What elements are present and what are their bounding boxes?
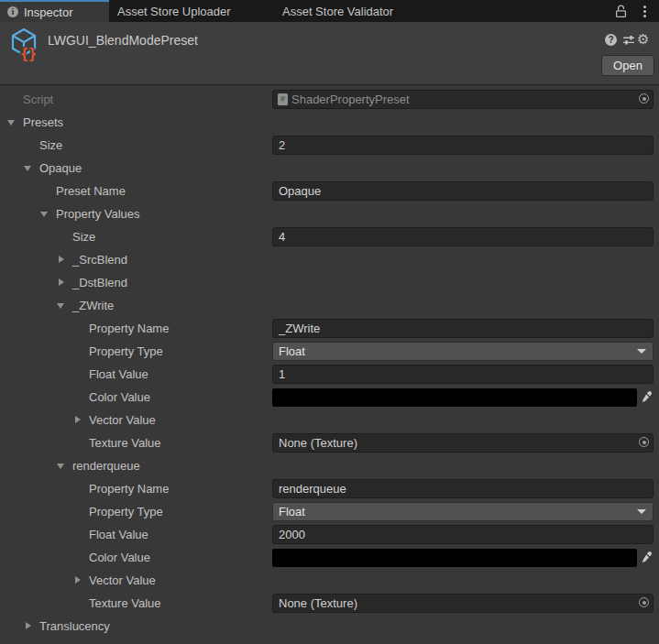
property-values-foldout-label[interactable]: Property Values (56, 202, 140, 225)
object-picker-icon (639, 93, 649, 104)
row-dstblend: _DstBlend (0, 271, 659, 294)
zwrite-foldout-label[interactable]: _ZWrite (72, 294, 114, 317)
chevron-down-icon (637, 349, 646, 354)
float-value-input[interactable] (272, 365, 654, 384)
row-translucency: Translucency (0, 615, 659, 638)
property-type-value: Float (279, 503, 305, 520)
texture-value-label: Texture Value (89, 592, 161, 615)
property-type-label: Property Type (89, 500, 163, 523)
row-zwrite: _ZWrite (0, 294, 659, 317)
unity-inspector-window: { "tab_bar": { "tabs": [ {"label": "Insp… (0, 0, 659, 644)
color-value-label: Color Value (89, 546, 150, 569)
renderqueue-foldout-label[interactable]: renderqueue (72, 454, 140, 477)
color-value-label: Color Value (89, 386, 150, 409)
property-name-label: Property Name (89, 317, 169, 340)
row-preset-name: Preset Name (0, 180, 659, 202)
preset-name-label: Preset Name (56, 180, 126, 202)
float-value-label: Float Value (89, 363, 148, 386)
tab-bar: Inspector Asset Store Uploader Asset Sto… (0, 0, 659, 22)
row-property-name: Property Name (0, 317, 659, 340)
inspector-header: {} LWGUI_BlendModePreset Open (0, 22, 659, 85)
foldout-collapsed-icon[interactable] (26, 622, 31, 629)
dstblend-foldout-label[interactable]: _DstBlend (72, 271, 127, 294)
property-name-label: Property Name (89, 477, 169, 500)
script-object-value: ShaderPropertyPreset (291, 91, 410, 108)
property-type-value: Float (279, 343, 305, 360)
row-presets: Presets (0, 111, 659, 134)
gear-icon[interactable] (637, 31, 649, 48)
open-button[interactable]: Open (601, 55, 654, 76)
texture-object-value: None (Texture) (279, 434, 357, 452)
texture-object-value: None (Texture) (279, 595, 357, 612)
chevron-down-icon (637, 509, 646, 514)
color-swatch[interactable] (272, 549, 637, 567)
row-renderqueue: renderqueue (0, 454, 659, 477)
property-type-dropdown[interactable]: Float (272, 502, 654, 521)
scriptable-object-icon: {} (8, 27, 41, 65)
tab-asset-store-uploader-label: Asset Store Uploader (117, 5, 231, 18)
float-value-input[interactable] (272, 525, 654, 544)
row-script: Script ShaderPropertyPreset (0, 88, 659, 111)
tab-inspector-label: Inspector (24, 5, 72, 19)
row-texture-value: Texture Value None (Texture) (0, 592, 659, 615)
row-float-value: Float Value (0, 363, 659, 386)
tab-asset-store-uploader[interactable]: Asset Store Uploader (117, 0, 231, 22)
foldout-expanded-icon[interactable] (57, 303, 64, 309)
foldout-collapsed-icon[interactable] (75, 576, 81, 584)
property-type-label: Property Type (89, 340, 163, 363)
script-label: Script (23, 88, 53, 111)
foldout-collapsed-icon[interactable] (59, 256, 64, 263)
row-float-value: Float Value (0, 523, 659, 546)
object-picker-icon[interactable] (639, 597, 649, 607)
vector-value-foldout-label[interactable]: Vector Value (89, 409, 156, 431)
eyedropper-icon[interactable] (641, 551, 653, 563)
row-property-values-size: Size (0, 225, 659, 248)
tab-inspector[interactable]: Inspector (0, 0, 109, 22)
row-property-type: Property Type Float (0, 340, 659, 363)
size-label: Size (39, 134, 62, 157)
size-input[interactable] (272, 227, 654, 246)
srcblend-foldout-label[interactable]: _SrcBlend (72, 248, 127, 271)
size-input[interactable] (272, 136, 654, 155)
texture-object-field[interactable]: None (Texture) (272, 433, 654, 453)
property-name-input[interactable] (272, 319, 654, 338)
foldout-expanded-icon[interactable] (24, 166, 31, 171)
opaque-foldout-label[interactable]: Opaque (39, 157, 82, 180)
foldout-collapsed-icon[interactable] (59, 278, 64, 286)
row-property-type: Property Type Float (0, 500, 659, 523)
foldout-expanded-icon[interactable] (57, 464, 64, 469)
kebab-menu-icon[interactable] (638, 5, 651, 18)
row-color-value: Color Value (0, 546, 659, 569)
presets-foldout-label[interactable]: Presets (23, 111, 63, 134)
row-texture-value: Texture Value None (Texture) (0, 431, 659, 454)
row-color-value: Color Value (0, 386, 659, 409)
foldout-expanded-icon[interactable] (7, 120, 15, 126)
object-picker-icon[interactable] (639, 437, 649, 447)
lock-icon[interactable] (615, 5, 628, 18)
row-srcblend: _SrcBlend (0, 248, 659, 271)
texture-value-label: Texture Value (89, 431, 161, 454)
property-type-dropdown[interactable]: Float (272, 342, 654, 361)
row-property-name: Property Name (0, 477, 659, 500)
csharp-script-icon (278, 93, 288, 105)
row-opaque: Opaque (0, 157, 659, 180)
vector-value-foldout-label[interactable]: Vector Value (89, 569, 156, 592)
open-button-label: Open (613, 59, 643, 72)
translucency-foldout-label[interactable]: Translucency (39, 615, 110, 638)
preset-name-input[interactable] (272, 181, 654, 201)
texture-object-field[interactable]: None (Texture) (272, 594, 654, 613)
size-label: Size (72, 225, 95, 248)
row-vector-value: Vector Value (0, 409, 659, 431)
color-swatch[interactable] (272, 388, 637, 407)
property-name-input[interactable] (272, 479, 654, 498)
row-property-values: Property Values (0, 202, 659, 225)
tab-asset-store-validator[interactable]: Asset Store Validator (282, 0, 393, 22)
presets-icon[interactable] (622, 34, 635, 50)
eyedropper-icon[interactable] (641, 390, 653, 403)
page-title: LWGUI_BlendModePreset (48, 33, 198, 48)
help-icon[interactable] (605, 34, 617, 46)
foldout-collapsed-icon[interactable] (75, 416, 81, 423)
script-object-field: ShaderPropertyPreset (272, 90, 654, 109)
foldout-expanded-icon[interactable] (40, 212, 48, 217)
info-icon (7, 6, 18, 17)
